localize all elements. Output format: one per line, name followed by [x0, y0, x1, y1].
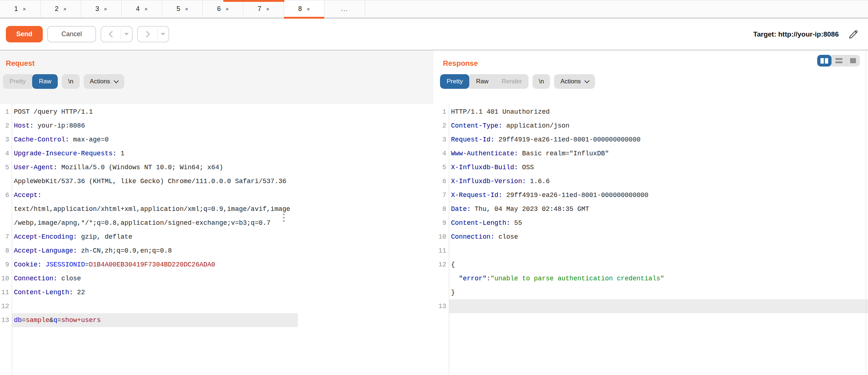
repeater-tab-4[interactable]: 4×: [122, 0, 162, 18]
repeater-tab-3[interactable]: 3×: [81, 0, 122, 18]
line-content: /webp,image/apng,*/*;q=0.8,application/s…: [12, 216, 298, 230]
line-number: [0, 174, 12, 188]
code-line: 9Cookie: JSESSIONID=D1B4A00EB30419F7304B…: [0, 258, 298, 272]
close-icon[interactable]: ×: [266, 6, 269, 12]
close-icon[interactable]: ×: [144, 6, 148, 12]
line-number: [437, 272, 449, 285]
line-content: Www-Authenticate: Basic realm="InfluxDB": [449, 147, 868, 160]
tab-number: 1: [14, 5, 18, 13]
line-number: 9: [0, 258, 12, 272]
line-number: 5: [0, 160, 12, 174]
line-content: Accept-Language: zh-CN,zh;q=0.9,en;q=0.8: [12, 244, 298, 258]
line-number: 3: [0, 133, 12, 147]
line-number: 13: [0, 313, 12, 327]
response-code: 1HTTP/1.1 401 Unauthorized2Content-Type:…: [437, 104, 868, 313]
back-dropdown[interactable]: [121, 27, 132, 42]
response-editor[interactable]: 1HTTP/1.1 401 Unauthorized2Content-Type:…: [437, 104, 868, 375]
cancel-button[interactable]: Cancel: [47, 26, 96, 42]
edit-target-button[interactable]: [847, 28, 860, 41]
actions-label: Actions: [560, 78, 581, 85]
repeater-tab-1[interactable]: 1×: [0, 0, 41, 18]
line-content: Cache-Control: max-age=0: [12, 133, 298, 147]
line-content: [449, 299, 868, 313]
repeater-tab-8[interactable]: 8×: [284, 0, 325, 18]
line-number: 3: [437, 133, 449, 147]
code-line: 7X-Request-Id: 29ff4919-ea26-11ed-8001-0…: [437, 188, 868, 202]
code-line: 13: [437, 299, 868, 313]
tab-render: Render: [495, 74, 528, 89]
code-line: text/html,application/xhtml+xml,applicat…: [0, 202, 298, 216]
code-line: 5X-Influxdb-Build: OSS: [437, 160, 868, 174]
line-content: POST /query HTTP/1.1: [12, 105, 298, 119]
tab-number: 8: [298, 5, 302, 13]
code-line: 4Www-Authenticate: Basic realm="InfluxDB…: [437, 147, 868, 160]
target-label: Target: http://your-ip:8086: [753, 30, 839, 38]
tab-newline[interactable]: \n: [532, 74, 550, 89]
code-line: 1POST /query HTTP/1.1: [0, 105, 298, 119]
line-content: Host: your-ip:8086: [12, 119, 298, 133]
code-line: 10Connection: close: [0, 272, 298, 285]
tab-newline[interactable]: \n: [62, 74, 79, 89]
layout-rows-button[interactable]: [831, 55, 846, 67]
code-line: 10Connection: close: [437, 230, 868, 244]
close-icon[interactable]: ×: [307, 6, 310, 12]
response-title: Response: [443, 59, 868, 68]
close-icon[interactable]: ×: [104, 6, 107, 12]
tab-raw[interactable]: Raw: [469, 74, 495, 89]
tab-raw[interactable]: Raw: [32, 74, 58, 89]
line-number: 12: [437, 258, 449, 272]
code-line: 2Content-Type: application/json: [437, 119, 868, 133]
close-icon[interactable]: ×: [23, 6, 26, 12]
actions-button[interactable]: Actions: [554, 74, 595, 89]
tab-pretty[interactable]: Pretty: [3, 74, 32, 89]
chevron-left-icon: [109, 31, 115, 37]
line-content: Request-Id: 29ff4919-ea26-11ed-8001-0000…: [449, 133, 868, 147]
request-title: Request: [6, 59, 433, 68]
line-number: 6: [0, 188, 12, 202]
tab-number: 4: [136, 5, 140, 13]
repeater-main-tab-indicator: [223, 0, 284, 2]
message-panels: Request Pretty Raw \n Actions 1POST /que…: [0, 50, 868, 375]
close-icon[interactable]: ×: [225, 6, 229, 12]
close-icon[interactable]: ×: [185, 6, 188, 12]
repeater-tab-5[interactable]: 5×: [162, 0, 203, 18]
repeater-tab-bar: 1×2×3×4×5×6×7×8×...: [0, 0, 868, 19]
line-number: 6: [437, 174, 449, 188]
tab-number: 2: [55, 5, 58, 13]
code-line: 1HTTP/1.1 401 Unauthorized: [437, 105, 868, 119]
back-button[interactable]: [101, 27, 121, 42]
close-icon[interactable]: ×: [63, 6, 67, 12]
panel-splitter-grip[interactable]: [283, 213, 285, 222]
history-forward-split-button[interactable]: [137, 26, 169, 42]
line-content: [449, 244, 868, 258]
columns-layout-icon: [820, 58, 828, 64]
layout-single-button[interactable]: [846, 55, 860, 67]
repeater-tab-2[interactable]: 2×: [41, 0, 81, 18]
request-editor[interactable]: 1POST /query HTTP/1.12Host: your-ip:8086…: [0, 104, 298, 375]
tab-overflow[interactable]: ...: [325, 0, 365, 18]
request-code: 1POST /query HTTP/1.12Host: your-ip:8086…: [0, 104, 298, 327]
line-content: X-Influxdb-Build: OSS: [449, 160, 868, 174]
line-number: 5: [437, 160, 449, 174]
code-line: AppleWebKit/537.36 (KHTML, like Gecko) C…: [0, 174, 298, 188]
line-content: Accept-Encoding: gzip, deflate: [12, 230, 298, 244]
code-line: 7Accept-Encoding: gzip, deflate: [0, 230, 298, 244]
repeater-tab-7[interactable]: 7×: [243, 0, 284, 18]
line-content: }: [449, 285, 868, 299]
code-line: 3Cache-Control: max-age=0: [0, 133, 298, 147]
pencil-icon: [848, 29, 859, 40]
history-back-split-button[interactable]: [101, 26, 133, 42]
line-number: 11: [0, 285, 12, 299]
tab-pretty[interactable]: Pretty: [440, 74, 469, 89]
send-button[interactable]: Send: [6, 26, 43, 42]
actions-button[interactable]: Actions: [84, 74, 125, 89]
response-view-tabs: Pretty Raw Render \n Actions: [440, 74, 868, 89]
repeater-tab-6[interactable]: 6×: [203, 0, 243, 18]
chevron-down-icon: [584, 78, 590, 83]
forward-dropdown[interactable]: [158, 27, 168, 42]
forward-button[interactable]: [138, 27, 157, 42]
line-content: Cookie: JSESSIONID=D1B4A00EB30419F7304BD…: [12, 258, 298, 272]
request-format-group: Pretty Raw: [3, 74, 58, 89]
layout-columns-button[interactable]: [817, 55, 831, 67]
layout-toggle-group: [817, 55, 860, 67]
